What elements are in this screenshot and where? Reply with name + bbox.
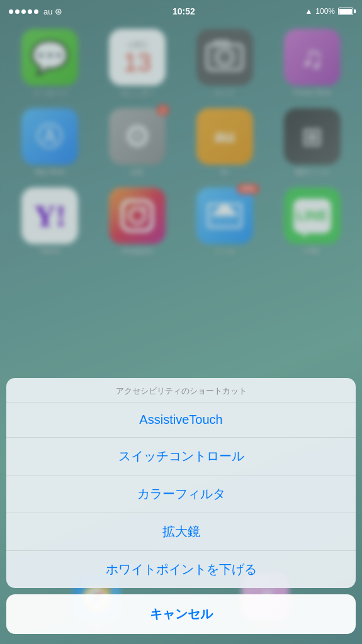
action-sheet-item-white-point[interactable]: ホワイトポイントを下げる [6,551,356,588]
action-sheet-container: アクセシビリティのショートカット AssistiveTouch スイッチコントロ… [0,378,362,644]
battery-percent: 100% [315,7,335,16]
signal-dots [9,9,38,14]
action-sheet-item-magnifier[interactable]: 拡大鏡 [6,513,356,551]
signal-dot-2 [15,9,20,14]
action-sheet-title: アクセシビリティのショートカット [6,378,356,402]
carrier-label: au [43,7,52,16]
action-sheet-item-color-filter[interactable]: カラーフィルタ [6,475,356,513]
action-sheet-item-switch-control[interactable]: スイッチコントロール [6,438,356,475]
time-display: 10:52 [173,6,195,16]
signal-dot-5 [34,9,38,14]
signal-dot-1 [9,9,13,14]
status-left: au ⊛ [9,6,62,16]
status-right: ▲ 100% [305,7,353,16]
action-sheet-item-assistive-touch[interactable]: AssistiveTouch [6,402,356,438]
battery-icon [338,8,353,15]
signal-dot-4 [28,9,32,14]
wifi-icon: ⊛ [55,6,62,16]
cancel-button[interactable]: キャンセル [6,594,356,634]
location-icon: ▲ [305,7,312,16]
action-sheet: アクセシビリティのショートカット AssistiveTouch スイッチコントロ… [6,378,356,588]
battery-fill [339,9,352,14]
signal-dot-3 [21,9,26,14]
status-bar: au ⊛ 10:52 ▲ 100% [0,0,362,23]
